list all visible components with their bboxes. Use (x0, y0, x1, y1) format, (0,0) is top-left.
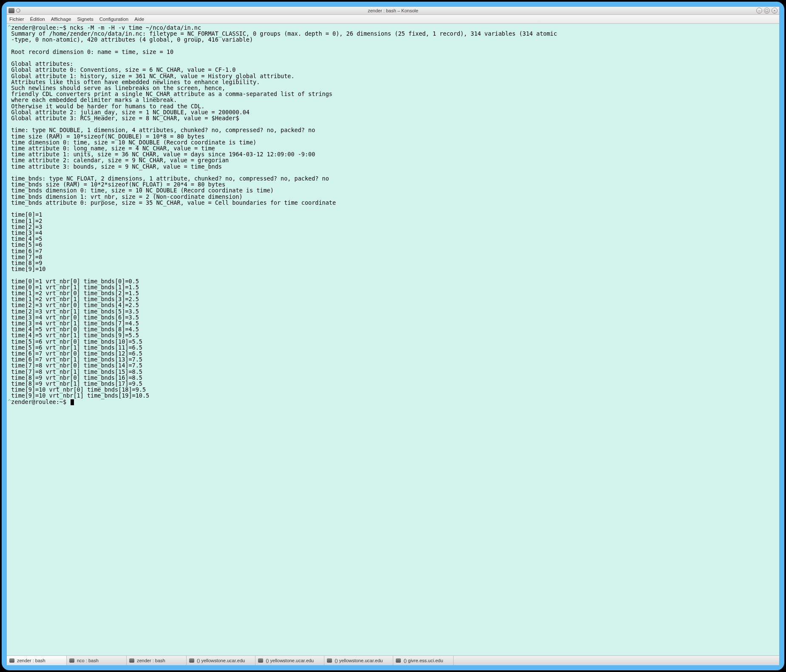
titlebar[interactable]: zender : bash – Konsole – ▢ × (7, 7, 779, 15)
tab-label: nco : bash (77, 658, 99, 663)
terminal-icon (258, 658, 263, 663)
tab-label: () givre.ess.uci.edu (403, 658, 443, 663)
maximize-button[interactable]: ▢ (764, 8, 770, 14)
terminal-output[interactable]: ^zender@roulee:~$ ncks -M -m -H -v time … (7, 24, 779, 655)
menu-bookmarks[interactable]: Signets (77, 17, 93, 22)
menubar: Fichier Édition Affichage Signets Config… (7, 15, 779, 24)
close-button[interactable]: × (772, 8, 777, 14)
menu-view[interactable]: Affichage (51, 17, 71, 22)
window-controls: – ▢ × (756, 8, 777, 14)
window-title: zender : bash – Konsole (368, 8, 418, 13)
tab-label: () yellowstone.ucar.edu (335, 658, 383, 663)
tab-label: zender : bash (17, 658, 45, 663)
tab-label: zender : bash (137, 658, 165, 663)
menu-edit[interactable]: Édition (30, 17, 45, 22)
terminal-icon (396, 658, 401, 663)
session-tab[interactable]: () yellowstone.ucar.edu (255, 656, 324, 665)
cursor-block (71, 399, 74, 405)
menu-help[interactable]: Aide (134, 17, 144, 22)
terminal-icon (129, 658, 134, 663)
command-text: ncks -M -m -H -v time ~/nco/data/in.nc (70, 24, 201, 31)
terminal-icon (69, 658, 74, 663)
app-icon (9, 8, 14, 13)
menu-file[interactable]: Fichier (9, 17, 24, 22)
session-tab[interactable]: () givre.ess.uci.edu (393, 656, 454, 665)
menu-settings[interactable]: Configuration (99, 17, 128, 22)
session-tab[interactable]: nco : bash (67, 656, 127, 665)
session-tab[interactable]: () yellowstone.ucar.edu (187, 656, 255, 665)
tab-label: () yellowstone.ucar.edu (197, 658, 245, 663)
session-tab[interactable]: zender : bash (7, 656, 67, 665)
terminal-icon (189, 658, 194, 663)
prompt: zender@roulee:~$ (11, 398, 70, 405)
terminal-icon (9, 658, 14, 663)
tab-label: () yellowstone.ucar.edu (266, 658, 314, 663)
session-tab[interactable]: () yellowstone.ucar.edu (324, 656, 393, 665)
minimize-button[interactable]: – (756, 8, 762, 14)
window-frame: zender : bash – Konsole – ▢ × Fichier Éd… (2, 2, 784, 670)
prompt: zender@roulee:~$ (11, 24, 70, 31)
session-tab[interactable]: zender : bash (127, 656, 187, 665)
tabbar: zender : bashnco : bashzender : bash() y… (7, 655, 779, 665)
pin-icon[interactable] (16, 8, 20, 13)
terminal-icon (327, 658, 332, 663)
